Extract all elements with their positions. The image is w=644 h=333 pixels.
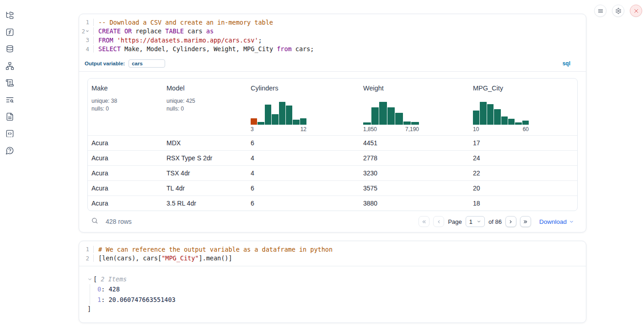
histogram-bar [286, 106, 292, 125]
csv-url-string: 'https://datasets.marimo.app/cars.csv' [117, 37, 258, 44]
previous-page-button[interactable] [433, 216, 444, 227]
code-text[interactable]: -- Download a CSV and create an in-memor… [93, 19, 586, 26]
code-text[interactable]: CREATE OR replace TABLE cars as [93, 27, 586, 35]
page-number-select[interactable]: 1 [466, 216, 485, 227]
item-value: 20.060747663551403 [108, 296, 175, 303]
data-table: Make unique: 38nulls: 0 Model unique: 42… [87, 78, 578, 211]
text-search-icon[interactable] [5, 95, 14, 104]
notebook-actions [594, 5, 642, 17]
menu-icon [597, 8, 604, 14]
shutdown-x-icon [633, 8, 639, 14]
histogram-bar [251, 118, 257, 125]
histogram-bar [379, 102, 387, 125]
first-page-button[interactable] [419, 216, 429, 227]
code-text[interactable]: # We can reference the output variable a… [93, 246, 586, 253]
table-header: Make unique: 38nulls: 0 Model unique: 42… [88, 79, 577, 135]
hist-min-label: 1,850 [363, 126, 377, 132]
code-line: 2 [len(cars), cars["MPG_City"].mean()] [79, 254, 586, 263]
line-number: 1 [79, 246, 93, 253]
sql-comment: -- Download a CSV and create an in-memor… [98, 19, 273, 26]
histogram-bar [300, 118, 306, 125]
datasources-database-icon[interactable] [5, 44, 14, 53]
column-stats: unique: 425nulls: 0 [166, 97, 247, 112]
next-page-button[interactable] [505, 216, 516, 227]
python-comment: # We can reference the output variable a… [98, 246, 333, 253]
output-variable-input[interactable] [129, 59, 165, 68]
python-output-tree: [ 2 Items 0: 428 1: 20.060747663551403 ] [79, 266, 586, 322]
histogram-bar [473, 111, 479, 125]
shutdown-button[interactable] [630, 5, 642, 17]
table-row: AcuraTSX 4dr4323022 [88, 165, 577, 180]
code-text[interactable]: FROM 'https://datasets.marimo.app/cars.c… [93, 37, 586, 44]
help-chat-icon[interactable] [5, 146, 14, 155]
chevrons-right-icon [522, 219, 528, 225]
column-title[interactable]: Make [91, 85, 163, 92]
column-title[interactable]: Cylinders [251, 85, 360, 92]
python-code-editor[interactable]: 1 # We can reference the output variable… [79, 241, 586, 266]
settings-gear-icon [615, 8, 622, 14]
fold-chevron-icon[interactable] [86, 29, 89, 33]
logs-scroll-icon[interactable] [5, 78, 14, 87]
output-variable-label: Output variable: [85, 61, 125, 66]
python-cell: 1 # We can reference the output variable… [79, 241, 586, 323]
code-text[interactable]: SELECT Make, Model, Cylinders, Weight, M… [93, 45, 586, 53]
table-footer: 428 rows Page 1 of 86 Download [79, 211, 586, 232]
language-badge-sql[interactable]: sql [563, 60, 570, 67]
item-value: 428 [108, 285, 119, 293]
hist-max-label: 60 [523, 126, 529, 132]
table-row: AcuraRSX Type S 2dr4277824 [88, 150, 577, 165]
table-row: AcuraTL 4dr6357520 [88, 180, 577, 196]
histogram-bar [403, 122, 411, 125]
column-title[interactable]: Model [166, 85, 247, 92]
tree-root: [ 2 Items [87, 275, 578, 283]
chevron-right-icon [508, 219, 514, 225]
download-button[interactable]: Download [539, 218, 574, 225]
histogram-bar [501, 116, 508, 125]
code-text[interactable]: [len(cars), cars["MPG_City"].mean()] [93, 254, 586, 262]
tree-entries: 0: 428 1: 20.060747663551403 [90, 284, 578, 305]
row-count: 428 rows [106, 218, 132, 225]
histogram-bar [258, 122, 264, 125]
collapse-chevron-icon[interactable] [87, 277, 92, 282]
histogram-bar [508, 119, 515, 125]
code-line: 1 -- Download a CSV and create an in-mem… [79, 18, 586, 27]
histogram-bar [522, 121, 529, 125]
histogram-bar [371, 107, 379, 125]
chevron-down-icon [477, 219, 481, 224]
total-pages-label: of 86 [488, 218, 502, 225]
column-title[interactable]: Weight [363, 85, 469, 92]
column-title[interactable]: MPG_City [473, 85, 577, 92]
table-row: Acura3.5 RL 4dr6388018 [88, 196, 577, 211]
item-index: 0 [97, 285, 101, 293]
chevrons-left-icon [421, 219, 427, 225]
variables-function-icon[interactable] [5, 27, 14, 37]
last-page-button[interactable] [520, 216, 531, 227]
line-number: 3 [79, 37, 93, 43]
cylinders-histogram: 312 [251, 102, 306, 132]
documentation-file-icon[interactable] [5, 112, 14, 121]
file-explorer-tree-icon[interactable] [5, 11, 14, 20]
pagination: Page 1 of 86 [419, 216, 531, 227]
left-sidebar [0, 0, 19, 155]
sql-cell: 1 -- Download a CSV and create an in-mem… [79, 14, 586, 233]
hist-min-label: 10 [473, 126, 479, 132]
histogram-bar [480, 102, 486, 125]
histogram-bar [279, 102, 285, 125]
open-bracket: [ [93, 275, 97, 283]
histogram-bar [395, 113, 403, 125]
histogram-bar [515, 122, 521, 125]
line-number: 1 [79, 19, 93, 26]
menu-button[interactable] [594, 5, 606, 17]
code-line: 1 # We can reference the output variable… [79, 245, 586, 254]
column-header-mpg-city: MPG_City 1060 [469, 85, 577, 132]
settings-button[interactable] [612, 5, 624, 17]
list-item: 1: 20.060747663551403 [97, 295, 578, 305]
code-line: 4 SELECT Make, Model, Cylinders, Weight,… [79, 45, 586, 54]
histogram-bar [265, 105, 271, 125]
snippets-code-icon[interactable] [5, 129, 14, 138]
hist-max-label: 12 [301, 126, 306, 132]
dependency-graph-icon[interactable] [5, 61, 14, 70]
sql-code-editor[interactable]: 1 -- Download a CSV and create an in-mem… [79, 14, 586, 57]
line-number: 2 [79, 255, 93, 262]
search-icon[interactable] [91, 217, 98, 226]
